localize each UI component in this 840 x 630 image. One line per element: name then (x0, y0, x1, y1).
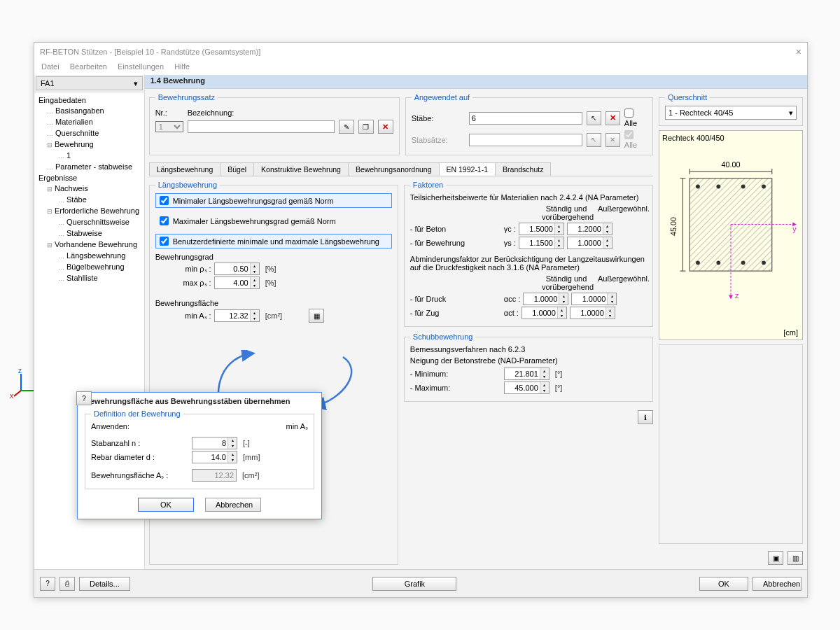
menu-datei[interactable]: Datei (41, 62, 59, 71)
menu-einstellungen[interactable]: Einstellungen (118, 62, 164, 71)
chk-min-norm[interactable]: Minimaler Längsbewehrungsgrad gemäß Norm (155, 193, 392, 208)
svg-point-8 (762, 185, 766, 189)
details-button[interactable]: Details... (79, 577, 130, 591)
min-rho-spinner[interactable]: ▴▾ (214, 262, 260, 275)
tree-item[interactable]: Bügelbewehrung (55, 262, 143, 273)
sidebar-combo[interactable]: FA1▾ (36, 76, 143, 90)
gc-a-spinner[interactable]: ▴▾ (567, 223, 612, 235)
tree-item[interactable]: Stabweise (55, 228, 143, 239)
neigung-max-spinner[interactable]: ▴▾ (504, 382, 550, 394)
gs-a-spinner[interactable]: ▴▾ (567, 237, 612, 249)
fieldset-faktoren: Faktoren Teilsicherheitsbeiwerte für Mat… (404, 181, 653, 327)
grafik-button[interactable]: Grafik (372, 577, 456, 591)
tab-brandschutz[interactable]: Brandschutz (495, 162, 551, 176)
tab-buegel[interactable]: Bügel (220, 162, 254, 176)
height-label: 45.00 (669, 217, 678, 236)
tabs: Längsbewehrung Bügel Konstruktive Bewehr… (149, 162, 653, 176)
titlebar: RF-BETON Stützen - [Beispiel 10 - Randst… (34, 43, 807, 61)
delete-icon: ✕ (378, 120, 393, 134)
tree-item[interactable]: 1 (55, 150, 143, 162)
min-as-spinner[interactable]: ▴▾ (214, 309, 260, 322)
tab-anordnung[interactable]: Bewehrungsanordnung (348, 162, 440, 176)
tree-item[interactable]: Stahlliste (55, 273, 143, 284)
act-p-spinner[interactable]: ▴▾ (522, 307, 567, 319)
alle-staebe-check[interactable] (624, 108, 634, 118)
info-buttons: ℹ (404, 410, 653, 424)
rebar-dialog-icon[interactable]: ▦ (309, 309, 324, 323)
stabsaetze-input (469, 134, 582, 146)
tree-item[interactable]: Vorhandene Bewehrung (44, 239, 143, 251)
tab-konstruktiv[interactable]: Konstruktive Bewehrung (253, 162, 349, 176)
svg-point-9 (696, 260, 700, 265)
neigung-min-spinner[interactable]: ▴▾ (504, 368, 550, 380)
tree-item[interactable]: Eingabedaten (36, 95, 143, 106)
bezeichnung-input[interactable] (188, 120, 335, 133)
chevron-down-icon: ▾ (789, 108, 793, 118)
main-header: 1.4 Bewehrung (145, 75, 807, 89)
chk-user[interactable]: Benutzerdefinierte minimale und maximale… (155, 234, 392, 248)
popup-ok-button[interactable]: OK (138, 498, 194, 512)
tree-item[interactable]: Querschnittsweise (55, 217, 143, 228)
max-rho-spinner[interactable]: ▴▾ (214, 276, 260, 289)
tree-item[interactable]: Querschnitte (44, 128, 143, 139)
cancel-button[interactable]: Abbrechen (752, 577, 802, 591)
acc-p-spinner[interactable]: ▴▾ (523, 293, 568, 305)
acc-a-spinner[interactable]: ▴▾ (571, 293, 617, 305)
new-icon[interactable]: ✎ (339, 120, 354, 134)
popup-cancel-button[interactable]: Abbrechen (205, 498, 261, 512)
width-label: 40.00 (722, 160, 741, 169)
remove-icon[interactable]: ✕ (606, 111, 620, 125)
tab-en1992[interactable]: EN 1992-1-1 (439, 162, 496, 176)
chk-max-norm[interactable]: Maximaler Längsbewehrungsgrad gemäß Norm (155, 214, 392, 228)
view1-icon[interactable]: ▣ (768, 551, 783, 565)
tab-laengs[interactable]: Längsbewehrung (149, 162, 221, 176)
menu-bearbeiten[interactable]: Bearbeiten (70, 62, 107, 71)
pick-icon[interactable]: ↖ (587, 111, 601, 125)
querschnitt-select[interactable]: 1 - Rechteck 40/45▾ (665, 106, 797, 120)
pick2-icon: ↖ (587, 133, 601, 147)
popup-help-icon[interactable]: ? (76, 391, 92, 405)
tree-item[interactable]: Parameter - stabweise (44, 162, 143, 173)
svg-point-10 (716, 260, 720, 265)
area-output (192, 469, 237, 482)
tree-item[interactable]: Bewehrung (44, 139, 143, 150)
svg-point-7 (741, 185, 746, 189)
ok-button[interactable]: OK (699, 577, 748, 591)
popup-fieldset: Definition der Bewehrung Anwenden: min A… (85, 410, 314, 489)
svg-text:z: z (735, 291, 738, 300)
tree-item[interactable]: Materialien (44, 117, 143, 128)
print-icon[interactable]: ⎙ (59, 577, 75, 591)
menu-hilfe[interactable]: Hilfe (174, 62, 190, 71)
svg-point-11 (741, 260, 746, 265)
copy-icon[interactable]: ❐ (358, 120, 374, 134)
svg-text:y: y (792, 225, 797, 233)
fieldset-querschnitt: Querschnitt 1 - Rechteck 40/45▾ (659, 93, 803, 126)
fieldset-bewehrungssatz: Bewehrungssatz Nr.: Bezeichnung: 1 ✎ ❐ ✕ (149, 93, 400, 155)
fieldset-angewendet: Angewendet auf Stäbe: ↖ ✕ Alle Stabsätze… (405, 93, 653, 155)
staebe-input[interactable] (469, 112, 582, 125)
fieldset-schub: Schubbewehrung Bemessungsverfahren nach … (404, 332, 653, 402)
tree-item[interactable]: Nachweis (44, 183, 143, 195)
act-a-spinner[interactable]: ▴▾ (570, 307, 615, 319)
svg-line-2 (14, 391, 21, 396)
rebar-popup: ? Bewehrungsfläche aus Bewehrungsstäben … (77, 392, 322, 519)
info-icon[interactable]: ℹ (638, 410, 653, 424)
tree-item[interactable]: Stäbe (55, 195, 143, 206)
close-icon[interactable]: × (796, 46, 802, 57)
help-icon[interactable]: ? (40, 577, 55, 591)
gc-p-spinner[interactable]: ▴▾ (519, 223, 564, 235)
chevron-down-icon: ▾ (134, 79, 138, 88)
rebar-diameter-spinner[interactable]: ▴▾ (192, 451, 237, 463)
svg-point-5 (696, 185, 700, 189)
stabanzahl-spinner[interactable]: ▴▾ (192, 437, 237, 449)
tree-item[interactable]: Erforderliche Bewehrung (44, 206, 143, 217)
remove2-icon: ✕ (606, 133, 620, 147)
menubar: Datei Bearbeiten Einstellungen Hilfe (34, 61, 807, 75)
nr-select[interactable]: 1 (155, 121, 183, 132)
svg-point-12 (762, 260, 766, 265)
gs-p-spinner[interactable]: ▴▾ (519, 237, 564, 249)
view2-icon[interactable]: ▥ (788, 551, 803, 565)
tree-item[interactable]: Ergebnisse (36, 173, 143, 183)
tree-item[interactable]: Längsbewehrung (55, 251, 143, 262)
tree-item[interactable]: Basisangaben (44, 106, 143, 117)
